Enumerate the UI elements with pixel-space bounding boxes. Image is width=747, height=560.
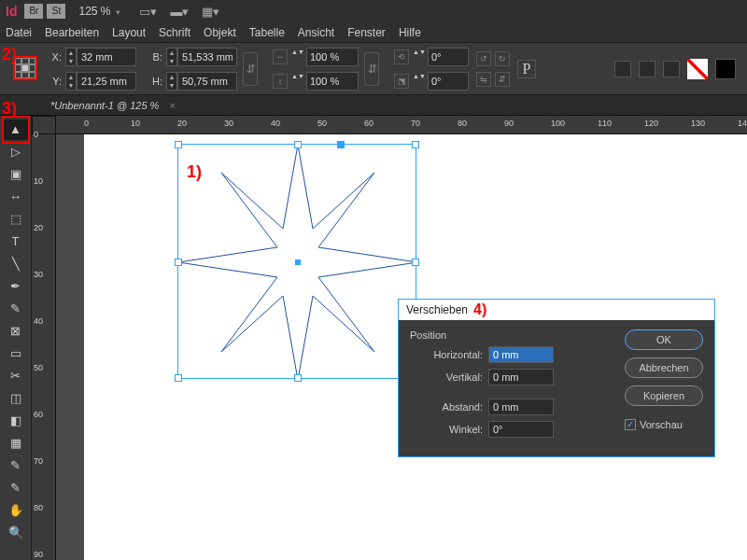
menu-hilfe[interactable]: Hilfe [399, 26, 421, 39]
screen-mode-icon[interactable]: ▬▾ [170, 5, 189, 19]
hand-tool[interactable]: ✋ [4, 500, 28, 521]
menu-bearbeiten[interactable]: Bearbeiten [45, 26, 99, 39]
constrain-proportions-icon[interactable] [243, 52, 258, 86]
pencil-tool[interactable]: ✎ [4, 299, 28, 319]
angle-label: Winkel: [410, 424, 483, 435]
document-tab[interactable]: *Unbenannt-1 @ 125 % × [43, 97, 183, 114]
line-tool[interactable]: ╲ [4, 254, 28, 274]
ok-button[interactable]: OK [625, 329, 703, 350]
note-tool[interactable]: ✎ [4, 455, 28, 476]
menu-bar: Datei Bearbeiten Layout Schrift Objekt T… [0, 22, 747, 43]
direct-selection-tool[interactable]: ▷ [4, 142, 28, 162]
shear-stepper[interactable]: ▲▼ [413, 73, 424, 90]
copy-button[interactable]: Kopieren [625, 385, 703, 406]
annotation-3: 3) [2, 99, 17, 119]
horizontal-ruler[interactable]: 0102030405060708090100110120130140 [56, 116, 747, 134]
w-input[interactable] [177, 48, 237, 66]
document-tab-label: *Unbenannt-1 @ 125 % [50, 100, 159, 111]
gap-tool[interactable]: ↔ [4, 187, 28, 207]
scale-x-icon: ↔ [273, 49, 288, 64]
rotate-cw-icon[interactable]: ↻ [495, 51, 510, 66]
menu-layout[interactable]: Layout [112, 26, 146, 39]
y-stepper[interactable]: ▲▼ [65, 72, 77, 91]
view-options-icon[interactable]: ▭▾ [139, 5, 157, 19]
fill-none-icon[interactable] [687, 59, 708, 79]
content-collector-tool[interactable]: ⬚ [4, 209, 28, 230]
horizontal-label: Horizontal: [410, 349, 483, 360]
rotate-icon: ⟲ [394, 49, 409, 64]
scaley-stepper[interactable]: ▲▼ [291, 73, 303, 90]
rotate-ccw-icon[interactable]: ↺ [476, 51, 491, 66]
position-group-label: Position [410, 329, 612, 341]
scale-y-input[interactable] [306, 72, 359, 91]
scale-x-input[interactable] [306, 48, 359, 66]
vertical-ruler[interactable]: 0102030405060708090 [32, 134, 56, 560]
selection-bounding-box[interactable] [177, 144, 416, 379]
zoom-tool[interactable]: 🔍 [4, 523, 28, 543]
menu-schrift[interactable]: Schrift [159, 26, 190, 39]
flip-v-icon[interactable]: ⇵ [495, 72, 510, 87]
rotate-input[interactable] [428, 48, 469, 66]
arrange-docs-icon[interactable]: ▦▾ [202, 5, 219, 19]
paragraph-style-icon[interactable]: P [517, 60, 536, 78]
check-icon: ✓ [625, 419, 636, 430]
scissors-tool[interactable]: ✂ [4, 366, 28, 386]
rectangle-tool[interactable]: ▭ [4, 343, 28, 364]
scalex-stepper[interactable]: ▲▼ [291, 49, 303, 65]
zoom-level-select[interactable]: 125 % [78, 5, 120, 18]
distance-input[interactable] [488, 399, 554, 415]
reference-point-control[interactable] [13, 56, 39, 82]
dialog-title: Verschieben [406, 303, 468, 316]
menu-datei[interactable]: Datei [6, 26, 32, 39]
dialog-title-bar[interactable]: Verschieben 4) [399, 300, 714, 320]
distance-label: Abstand: [410, 401, 483, 413]
stroke-black-icon[interactable] [715, 59, 736, 79]
menu-ansicht[interactable]: Ansicht [298, 26, 334, 39]
preview-label: Vorschau [640, 419, 683, 430]
scale-y-icon: ↕ [273, 74, 288, 89]
constrain-scale-icon[interactable] [364, 52, 379, 86]
shear-input[interactable] [428, 72, 469, 91]
y-input[interactable] [77, 72, 136, 91]
preview-checkbox[interactable]: ✓ Vorschau [625, 419, 703, 430]
free-transform-tool[interactable]: ◫ [4, 388, 28, 409]
menu-fenster[interactable]: Fenster [347, 26, 386, 39]
distribute-icon[interactable] [639, 61, 655, 77]
stock-icon[interactable]: St [47, 4, 65, 19]
close-tab-icon[interactable]: × [169, 100, 175, 111]
menu-tabelle[interactable]: Tabelle [249, 26, 285, 39]
w-stepper[interactable]: ▲▼ [166, 48, 177, 66]
x-stepper[interactable]: ▲▼ [65, 48, 77, 66]
document-tab-strip: *Unbenannt-1 @ 125 % × [0, 95, 747, 116]
horizontal-input[interactable] [488, 346, 554, 363]
pathfinder-icon[interactable] [663, 61, 680, 77]
annotation-3-highlight [2, 116, 30, 144]
align-icon[interactable] [614, 61, 631, 77]
gradient-swatch-tool[interactable]: ◧ [4, 411, 28, 431]
h-stepper[interactable]: ▲▼ [166, 72, 177, 91]
eyedropper-tool[interactable]: ✎ [4, 478, 28, 498]
rectangle-frame-tool[interactable]: ⊠ [4, 321, 28, 342]
shear-icon: ⬔ [394, 74, 409, 89]
page-tool[interactable]: ▣ [4, 164, 28, 185]
pen-tool[interactable]: ✒ [4, 276, 28, 297]
vertical-input[interactable] [488, 369, 554, 385]
flip-h-icon[interactable]: ⇋ [476, 72, 491, 87]
app-bar: Id Br St 125 % ▭▾ ▬▾ ▦▾ [0, 0, 747, 22]
h-label: H: [149, 76, 162, 87]
w-label: B: [149, 51, 162, 63]
type-tool[interactable]: T [4, 231, 28, 252]
menu-objekt[interactable]: Objekt [204, 26, 236, 39]
x-input[interactable] [77, 48, 136, 66]
move-dialog: Verschieben 4) Position Horizontal: Vert… [398, 299, 715, 457]
rot-stepper[interactable]: ▲▼ [413, 49, 424, 65]
h-input[interactable] [177, 72, 237, 91]
annotation-1: 1) [187, 162, 202, 182]
annotation-2: 2) [2, 45, 17, 64]
angle-input[interactable] [488, 421, 554, 438]
vertical-label: Vertikal: [410, 371, 483, 383]
control-bar: X: ▲▼ Y: ▲▼ B: ▲▼ H: ▲▼ ↔▲▼ ↕▲▼ ⟲▲▼ ⬔▲▼ … [0, 43, 747, 95]
cancel-button[interactable]: Abbrechen [625, 357, 703, 378]
gradient-feather-tool[interactable]: ▦ [4, 433, 28, 454]
bridge-icon[interactable]: Br [24, 4, 43, 19]
